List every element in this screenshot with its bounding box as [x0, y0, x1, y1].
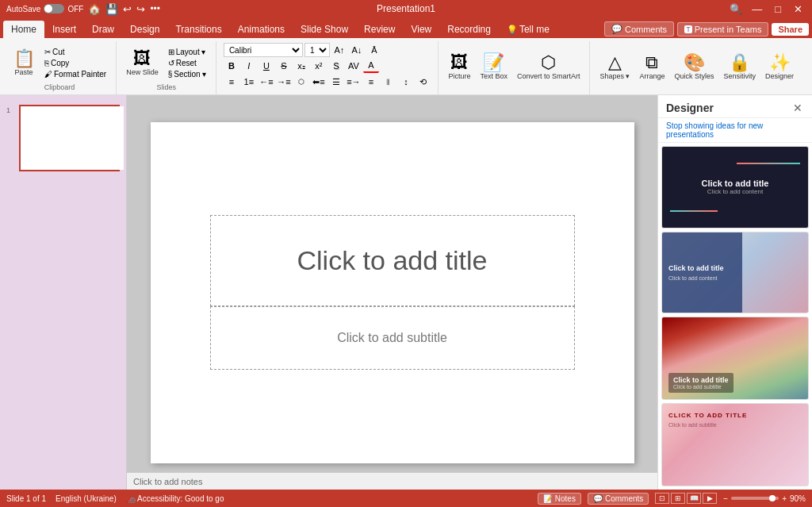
- save-icon[interactable]: 💾: [105, 3, 118, 15]
- arrange-label: Arrange: [639, 72, 665, 80]
- convert-smartart-btn[interactable]: ⬡ Convert to SmartArt: [514, 52, 584, 82]
- font-grow-btn[interactable]: A↑: [331, 43, 347, 57]
- paste-btn[interactable]: 📋 Paste: [10, 48, 38, 78]
- justify-btn[interactable]: ≡: [363, 75, 379, 89]
- section-icon: §: [168, 70, 173, 79]
- decrease-indent-btn[interactable]: ←≡: [259, 75, 274, 89]
- tab-design[interactable]: Design: [122, 21, 167, 38]
- font-name-select[interactable]: Calibri: [224, 43, 303, 57]
- autosave-toggle[interactable]: AutoSave OFF: [6, 4, 83, 13]
- sensitivity-btn[interactable]: 🔒 Sensitivity: [721, 52, 760, 82]
- designer-link[interactable]: Stop showing ideas for new presentations: [658, 118, 812, 143]
- template-card-2[interactable]: Click to add title Click to add content: [661, 232, 809, 314]
- format-painter-btn[interactable]: 🖌 Format Painter: [41, 69, 109, 79]
- notes-btn[interactable]: 📝 Notes: [538, 493, 581, 505]
- clear-format-btn[interactable]: Ā: [366, 43, 382, 57]
- minimize-btn[interactable]: —: [749, 3, 765, 15]
- tmpl3-subtitle: Click to add subtitle: [673, 384, 729, 390]
- present-btn[interactable]: T Present in Teams: [677, 22, 768, 36]
- maximize-btn[interactable]: □: [772, 3, 784, 15]
- quick-styles-btn[interactable]: 🎨 Quick Styles: [672, 52, 718, 82]
- tab-draw[interactable]: Draw: [84, 21, 122, 38]
- tab-animations[interactable]: Animations: [230, 21, 293, 38]
- designer-close-btn[interactable]: ✕: [791, 102, 804, 114]
- shapes-btn[interactable]: △ Shapes ▾: [596, 52, 633, 82]
- normal-view-btn[interactable]: ⊡: [655, 493, 669, 504]
- search-icon[interactable]: 🔍: [730, 3, 742, 15]
- zoom-in-btn[interactable]: +: [782, 494, 787, 503]
- comments-btn[interactable]: 💬 Comments: [604, 21, 674, 36]
- quick-styles-icon: 🎨: [684, 54, 705, 71]
- designer-btn[interactable]: ✨ Designer: [762, 52, 797, 82]
- more-icon[interactable]: •••: [150, 3, 160, 14]
- new-slide-btn[interactable]: 🖼 New Slide: [123, 48, 162, 78]
- arrange-btn[interactable]: ⧉ Arrange: [636, 52, 668, 82]
- font-size-select[interactable]: 18: [304, 43, 330, 57]
- tab-slideshow[interactable]: Slide Show: [293, 21, 356, 38]
- designer-label: Designer: [765, 72, 794, 80]
- title-placeholder[interactable]: Click to add title: [210, 215, 575, 306]
- align-right-btn[interactable]: ≡→: [346, 75, 362, 89]
- textbox-btn[interactable]: 📝 Text Box: [477, 52, 511, 82]
- slideshow-btn[interactable]: ▶: [703, 493, 717, 504]
- tmpl2-title: Click to add title: [668, 264, 736, 272]
- reset-btn[interactable]: ↺ Reset: [165, 58, 210, 68]
- autosave-toggle-pill[interactable]: [44, 4, 64, 13]
- char-spacing-btn[interactable]: AV: [346, 59, 362, 73]
- smartart-btn[interactable]: ⬡: [293, 75, 309, 89]
- picture-btn[interactable]: 🖼 Picture: [445, 52, 473, 82]
- slide-canvas[interactable]: Click to add title Click to add subtitle: [151, 122, 634, 463]
- share-btn[interactable]: Share: [772, 23, 809, 36]
- slide-thumb[interactable]: [19, 105, 120, 171]
- tab-transitions[interactable]: Transitions: [167, 21, 229, 38]
- close-btn[interactable]: ✕: [791, 3, 806, 15]
- align-left-btn[interactable]: ⬅≡: [311, 75, 327, 89]
- font-shrink-btn[interactable]: A↓: [349, 43, 365, 57]
- template-card-4[interactable]: CLICK TO ADD TITLE Click to add subtitle: [661, 403, 809, 486]
- text-direction-btn[interactable]: ⟲: [416, 75, 431, 89]
- cut-btn[interactable]: ✂ Cut: [41, 47, 109, 57]
- section-btn[interactable]: § Section ▾: [165, 69, 210, 79]
- reading-view-btn[interactable]: 📖: [687, 493, 701, 504]
- bullets-btn[interactable]: ≡: [224, 75, 239, 89]
- superscript-btn[interactable]: x²: [311, 59, 327, 73]
- template-card-1[interactable]: Click to add title Click to add content: [661, 146, 809, 229]
- zoom-out-btn[interactable]: −: [723, 494, 728, 503]
- font-color-btn[interactable]: A: [363, 59, 379, 73]
- template-card-3[interactable]: Click to add title Click to add subtitle: [661, 317, 809, 400]
- present-label: Present in Teams: [695, 25, 762, 34]
- line-spacing-btn[interactable]: ↕: [398, 75, 414, 89]
- increase-indent-btn[interactable]: →≡: [276, 75, 292, 89]
- shadow-btn[interactable]: S: [328, 59, 344, 73]
- subtitle-placeholder[interactable]: Click to add subtitle: [210, 306, 575, 370]
- zoom-slider[interactable]: [731, 497, 779, 500]
- comments-status-btn[interactable]: 💬 Comments: [588, 493, 649, 505]
- numbering-btn[interactable]: 1≡: [241, 75, 257, 89]
- copy-btn[interactable]: ⎘ Copy: [41, 58, 109, 68]
- slide-sorter-btn[interactable]: ⊞: [671, 493, 685, 504]
- shapes-icon: △: [608, 54, 622, 71]
- quick-styles-label: Quick Styles: [675, 72, 714, 80]
- notes-bar[interactable]: Click to add notes: [127, 472, 657, 490]
- slides-content: 🖼 New Slide ⊞ Layout ▾ ↺ Reset § Section…: [123, 43, 209, 83]
- italic-btn[interactable]: I: [241, 59, 257, 73]
- layout-btn[interactable]: ⊞ Layout ▾: [165, 47, 210, 57]
- smartart-label: Convert to SmartArt: [517, 72, 580, 80]
- tab-insert[interactable]: Insert: [44, 21, 84, 38]
- underline-btn[interactable]: U: [259, 59, 274, 73]
- tab-tell-me[interactable]: 💡 Tell me: [499, 21, 557, 38]
- align-center-btn[interactable]: ☰: [328, 75, 344, 89]
- columns-btn[interactable]: ⫴: [381, 75, 396, 89]
- clipboard-group-label: Clipboard: [44, 83, 75, 93]
- home-icon[interactable]: 🏠: [88, 3, 101, 15]
- strikethrough-btn[interactable]: S: [276, 59, 292, 73]
- subscript-btn[interactable]: x₂: [293, 59, 309, 73]
- tab-home[interactable]: Home: [3, 21, 44, 38]
- tab-review[interactable]: Review: [356, 21, 403, 38]
- tab-recording[interactable]: Recording: [439, 21, 499, 38]
- new-slide-icon: 🖼: [133, 50, 151, 67]
- undo-icon[interactable]: ↩: [123, 3, 132, 15]
- tab-view[interactable]: View: [403, 21, 439, 38]
- bold-btn[interactable]: B: [224, 59, 239, 73]
- redo-icon[interactable]: ↪: [136, 3, 145, 15]
